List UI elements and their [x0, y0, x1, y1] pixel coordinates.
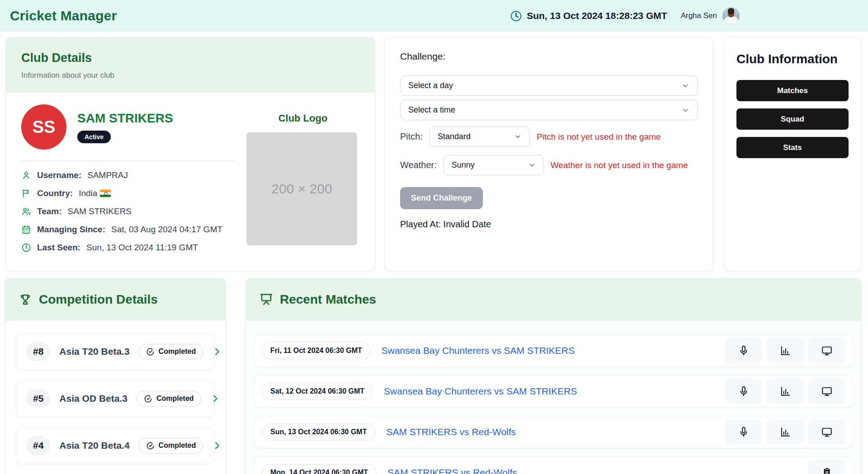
competition-list: #8 Asia T20 Beta.3 Completed #5 Asia OD …: [5, 321, 226, 474]
current-datetime: Sun, 13 Oct 2024 18:28:23 GMT: [527, 10, 667, 21]
field-value: Sun, 13 Oct 2024 11:19 GMT: [86, 243, 198, 253]
divider: [21, 160, 235, 161]
cricket-manager-app: Cricket Manager Sun, 13 Oct 2024 18:28:2…: [0, 0, 868, 474]
send-challenge-button[interactable]: Send Challenge: [400, 187, 483, 209]
user-menu[interactable]: Argha Sen: [681, 7, 740, 24]
status-badge: Completed: [137, 391, 201, 407]
day-select-value: Select a day: [408, 81, 453, 90]
competition-item[interactable]: #5 Asia OD Beta.3 Completed: [16, 380, 215, 417]
pitch-note: Pitch is not yet used in the game: [537, 132, 661, 142]
status-label: Completed: [156, 394, 194, 403]
check-circle-icon: [146, 441, 155, 450]
match-date-badge: Fri, 11 Oct 2024 06:30 GMT: [262, 342, 371, 359]
match-date-badge: Sat, 12 Oct 2024 06:30 GMT: [262, 383, 373, 400]
weather-select[interactable]: Sunny: [443, 155, 544, 175]
chevron-right-icon: [212, 441, 222, 451]
screen-icon: [259, 293, 273, 306]
match-actions: [725, 419, 845, 445]
monitor-icon: [821, 426, 833, 438]
club-details-title: Club Details: [21, 51, 359, 65]
weather-select-value: Sunny: [452, 160, 475, 170]
match-link[interactable]: SAM STRIKERS vs Red-Wolfs: [386, 427, 516, 437]
check-circle-icon: [146, 347, 155, 356]
played-at-text: Played At: Invalid Date: [400, 219, 698, 230]
status-label: Completed: [159, 347, 196, 356]
competition-title: Competition Details: [39, 292, 158, 307]
time-select[interactable]: Select a time: [400, 100, 698, 120]
squad-button[interactable]: Squad: [736, 108, 849, 130]
chevron-right-icon: [210, 394, 220, 404]
field-value: India: [79, 188, 111, 198]
match-link[interactable]: SAM STRIKERS vs Red-Wolfs: [387, 467, 517, 474]
stats-chart-button[interactable]: [767, 379, 804, 404]
user-name: Argha Sen: [681, 11, 717, 20]
stats-chart-button[interactable]: [767, 419, 804, 445]
time-select-value: Select a time: [408, 105, 455, 115]
monitor-button[interactable]: [808, 338, 845, 363]
club-logo-section: Club Logo 200 × 200: [246, 113, 359, 257]
club-logo-title: Club Logo: [246, 113, 359, 124]
top-bar: Cricket Manager Sun, 13 Oct 2024 18:28:2…: [0, 0, 868, 32]
club-details-body: SS SAM STRIKERS Active Username: SAMPRAJ: [6, 93, 375, 257]
trophy-icon: [19, 293, 32, 306]
day-select[interactable]: Select a day: [400, 75, 698, 96]
recent-matches-title: Recent Matches: [280, 292, 376, 307]
weather-label: Weather:: [400, 160, 437, 170]
scorecard-button[interactable]: [808, 460, 845, 474]
competition-item[interactable]: #8 Asia T20 Beta.3 Completed: [16, 333, 215, 370]
field-username: Username: SAMPRAJ: [21, 166, 235, 184]
commentary-button[interactable]: [725, 379, 762, 404]
competition-item[interactable]: #4 Asia T20 Beta.4 Completed: [16, 427, 215, 464]
club-logo-placeholder: 200 × 200: [246, 132, 357, 245]
check-circle-icon: [144, 394, 152, 403]
match-date-badge: Sun, 13 Oct 2024 06:30 GMT: [262, 423, 375, 441]
flag-icon: [21, 188, 31, 198]
club-information-card: Club Information Matches Squad Stats: [723, 37, 862, 271]
weather-row: Weather: Sunny Weather is not yet used i…: [400, 155, 698, 175]
competition-rank: #5: [26, 389, 50, 408]
weather-note: Weather is not yet used in the game: [551, 160, 688, 170]
status-label: Completed: [159, 441, 196, 450]
match-date-badge: Mon, 14 Oct 2024 06:30 GMT: [262, 464, 377, 474]
field-label: Username:: [37, 170, 81, 180]
stats-chart-button[interactable]: [767, 338, 804, 363]
club-profile: SS SAM STRIKERS Active: [21, 104, 235, 150]
status-badge: Completed: [139, 438, 203, 454]
stats-button[interactable]: Stats: [736, 137, 849, 158]
clock-icon: [21, 243, 31, 253]
user-icon: [21, 170, 31, 180]
match-link[interactable]: Swansea Bay Chunterers vs SAM STRIKERS: [382, 345, 575, 356]
field-label: Managing Since:: [37, 225, 105, 235]
field-team: Team: SAM STRIKERS: [21, 202, 235, 221]
monitor-button[interactable]: [808, 419, 845, 445]
clock-icon: [510, 10, 522, 22]
match-row: Sat, 12 Oct 2024 06:30 GMT Swansea Bay C…: [254, 375, 853, 408]
matches-button[interactable]: Matches: [736, 80, 849, 101]
bar-chart-icon: [779, 426, 791, 438]
commentary-button[interactable]: [725, 419, 762, 445]
challenge-card: Challenge: Select a day Select a time Pi…: [384, 37, 713, 271]
chevron-down-icon: [681, 106, 689, 114]
status-badge: Active: [77, 131, 111, 143]
field-label: Team:: [37, 206, 62, 216]
field-value: Sat, 03 Aug 2024 04:17 GMT: [111, 225, 222, 235]
calendar-icon: [21, 225, 31, 235]
commentary-button[interactable]: [725, 338, 762, 363]
pitch-select[interactable]: Standard: [429, 127, 530, 147]
competition-name: Asia T20 Beta.4: [59, 440, 129, 451]
competition-details-card: Competition Details #8 Asia T20 Beta.3 C…: [5, 278, 226, 474]
field-value: SAM STRIKERS: [68, 206, 132, 216]
match-link[interactable]: Swansea Bay Chunterers vs SAM STRIKERS: [384, 386, 577, 397]
field-label: Last Seen:: [37, 243, 80, 253]
chevron-down-icon: [528, 161, 536, 169]
matches-list: Fri, 11 Oct 2024 06:30 GMT Swansea Bay C…: [246, 321, 861, 474]
bar-chart-icon: [779, 345, 791, 357]
field-value: SAMPRAJ: [87, 170, 128, 180]
club-details-header: Club Details Information about your club: [6, 38, 375, 93]
india-flag-icon: [100, 190, 111, 197]
user-avatar[interactable]: [722, 7, 740, 24]
club-avatar: SS: [21, 104, 66, 150]
match-row: Mon, 14 Oct 2024 06:30 GMT SAM STRIKERS …: [254, 456, 853, 474]
pitch-label: Pitch:: [400, 131, 423, 142]
monitor-button[interactable]: [808, 379, 845, 404]
